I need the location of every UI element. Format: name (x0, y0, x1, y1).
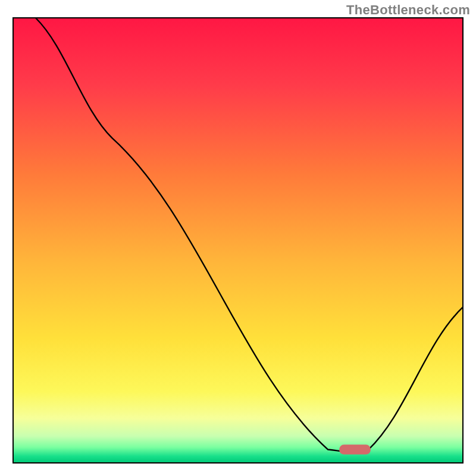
chart-container: { "watermark": "TheBottleneck.com", "cha… (0, 0, 476, 476)
svg-rect-0 (13, 18, 463, 463)
watermark-text: TheBottleneck.com (346, 2, 470, 18)
bottleneck-chart (0, 0, 476, 476)
svg-rect-2 (339, 444, 371, 454)
